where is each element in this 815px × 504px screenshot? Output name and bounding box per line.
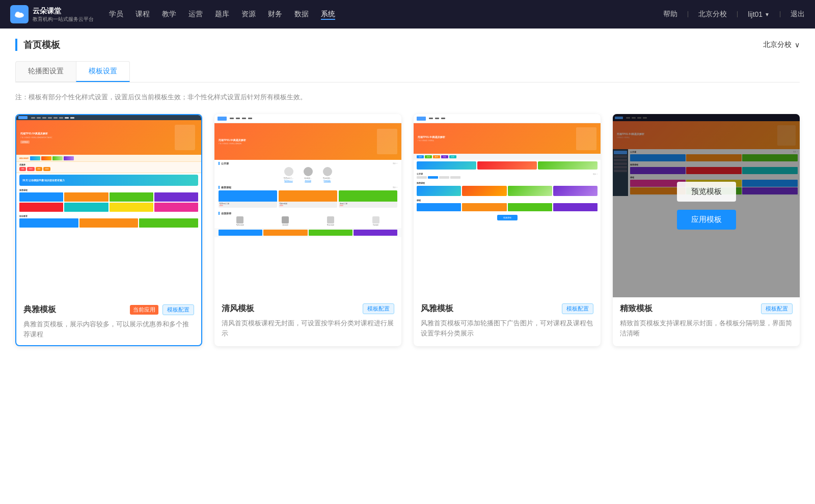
template-card-2: 托福TP01-54真题及解析 广告 口语发音 口语表达·逻辑思维 公开课 更多 … bbox=[214, 114, 401, 346]
template-title-row-4: 精致模板 模板配置 bbox=[620, 303, 793, 314]
nav-item-xitong[interactable]: 系统 bbox=[321, 10, 335, 19]
tab-template[interactable]: 模板设置 bbox=[76, 61, 130, 82]
username: lijt01 bbox=[748, 10, 763, 18]
template-name-1: 典雅模板 bbox=[23, 304, 56, 315]
svg-point-2 bbox=[19, 13, 23, 17]
user-chevron-icon: ▼ bbox=[765, 12, 770, 17]
template-card-1: 托福TP01-54真题及解析 广告 口语发音 口语表达·逻辑思维 写作万能词汇 … bbox=[15, 114, 202, 346]
template-title-row-2: 清风模板 模板配置 bbox=[222, 303, 394, 314]
school-name: 北京分校 bbox=[763, 40, 792, 49]
divider-2 bbox=[737, 11, 738, 17]
template-badges-4: 模板配置 bbox=[761, 303, 793, 314]
nav-item-ziyuan[interactable]: 资源 bbox=[241, 10, 256, 19]
template-name-4: 精致模板 bbox=[620, 303, 653, 314]
template-badges-1: 当前应用 模板配置 bbox=[130, 304, 194, 315]
tab-carousel[interactable]: 轮播图设置 bbox=[15, 61, 76, 82]
logo-icon bbox=[10, 5, 29, 23]
nav-item-tiku[interactable]: 题库 bbox=[215, 10, 229, 19]
template-desc-1: 典雅首页模板，展示内容较多，可以展示优惠券和多个推荐课程 bbox=[23, 319, 194, 339]
template-card-4: 托福TP01-54真题及解析 口语发音 口语表达 bbox=[613, 114, 800, 346]
apply-template-button[interactable]: 应用模板 bbox=[677, 210, 736, 230]
logout-link[interactable]: 退出 bbox=[791, 10, 805, 19]
template-minisite-3: 托福TP01-54真题及解析 广告 口语发音 口语表达 全部 英语 数学 语文 … bbox=[414, 114, 601, 297]
template-preview-3[interactable]: 托福TP01-54真题及解析 广告 口语发音 口语表达 全部 英语 数学 语文 … bbox=[414, 114, 601, 297]
templates-grid: 托福TP01-54真题及解析 广告 口语发音 口语表达·逻辑思维 写作万能词汇 … bbox=[15, 114, 800, 356]
template-title-row-1: 典雅模板 当前应用 模板配置 bbox=[23, 304, 194, 315]
template-info-2: 清风模板 模板配置 清风首页模板课程无封面，可设置按学科分类对课程进行展示 bbox=[214, 297, 401, 344]
header-right: 帮助 北京分校 lijt01 ▼ 退出 bbox=[663, 10, 805, 19]
template-minisite-2: 托福TP01-54真题及解析 广告 口语发音 口语表达·逻辑思维 公开课 更多 … bbox=[214, 114, 401, 297]
template-info-3: 风雅模板 模板配置 风雅首页模板可添加轮播图下广告图片，可对课程及课程包设置学科… bbox=[414, 297, 601, 344]
template-preview-2[interactable]: 托福TP01-54真题及解析 广告 口语发音 口语表达·逻辑思维 公开课 更多 … bbox=[214, 114, 401, 297]
template-info-1: 典雅模板 当前应用 模板配置 典雅首页模板，展示内容较多，可以展示优惠券和多个推… bbox=[16, 298, 201, 345]
page-header: 首页模板 北京分校 ∨ bbox=[15, 39, 800, 51]
badge-config-4[interactable]: 模板配置 bbox=[761, 303, 793, 314]
template-name-2: 清风模板 bbox=[222, 303, 254, 314]
nav-item-kecheng[interactable]: 课程 bbox=[135, 10, 150, 19]
nav-item-shuju[interactable]: 数据 bbox=[294, 10, 309, 19]
badge-current-1: 当前应用 bbox=[130, 305, 158, 315]
help-link[interactable]: 帮助 bbox=[663, 10, 677, 19]
template-desc-4: 精致首页模板支持课程展示封面，各模板分隔明显，界面简洁清晰 bbox=[620, 318, 793, 338]
user-dropdown[interactable]: lijt01 ▼ bbox=[748, 10, 770, 18]
badge-config-2[interactable]: 模板配置 bbox=[363, 303, 394, 314]
nav-item-xueyuan[interactable]: 学员 bbox=[109, 10, 123, 19]
nav-item-jiaoxue[interactable]: 教学 bbox=[162, 10, 176, 19]
header-left: 云朵课堂 教育机构一站式服务云平台 学员 课程 教学 运营 题库 资源 财务 数… bbox=[10, 5, 335, 23]
school-selector[interactable]: 北京分校 ∨ bbox=[763, 40, 800, 49]
logo-sub: 教育机构一站式服务云平台 bbox=[33, 16, 94, 22]
badge-config-1[interactable]: 模板配置 bbox=[162, 304, 194, 315]
nav-menu: 学员 课程 教学 运营 题库 资源 财务 数据 系统 bbox=[109, 10, 335, 19]
template-desc-2: 清风首页模板课程无封面，可设置按学科分类对课程进行展示 bbox=[222, 318, 394, 338]
school-chevron-icon: ∨ bbox=[795, 41, 800, 49]
badge-config-3[interactable]: 模板配置 bbox=[562, 303, 593, 314]
template-preview-1[interactable]: 托福TP01-54真题及解析 广告 口语发音 口语表达·逻辑思维 写作万能词汇 … bbox=[16, 115, 201, 298]
school-link[interactable]: 北京分校 bbox=[698, 10, 727, 19]
cloud-logo-icon bbox=[14, 9, 25, 20]
template-badges-2: 模板配置 bbox=[363, 303, 394, 314]
template-info-4: 精致模板 模板配置 精致首页模板支持课程展示封面，各模板分隔明显，界面简洁清晰 bbox=[613, 297, 800, 344]
divider-3 bbox=[780, 11, 780, 17]
nav-item-yunyun[interactable]: 运营 bbox=[188, 10, 203, 19]
header: 云朵课堂 教育机构一站式服务云平台 学员 课程 教学 运营 题库 资源 财务 数… bbox=[0, 0, 815, 29]
nav-item-caiwu[interactable]: 财务 bbox=[268, 10, 282, 19]
template-desc-3: 风雅首页模板可添加轮播图下广告图片，可对课程及课程包设置学科分类展示 bbox=[421, 318, 593, 338]
main-nav: 学员 课程 教学 运营 题库 资源 财务 数据 系统 bbox=[109, 10, 335, 19]
template-badges-3: 模板配置 bbox=[562, 303, 593, 314]
template-card-3: 托福TP01-54真题及解析 广告 口语发音 口语表达 全部 英语 数学 语文 … bbox=[414, 114, 601, 346]
divider-1 bbox=[688, 11, 688, 17]
template-title-row-3: 风雅模板 模板配置 bbox=[421, 303, 593, 314]
logo-main: 云朵课堂 bbox=[33, 6, 94, 15]
logo-text: 云朵课堂 教育机构一站式服务云平台 bbox=[33, 6, 94, 22]
template-preview-4[interactable]: 托福TP01-54真题及解析 口语发音 口语表达 bbox=[613, 114, 800, 297]
template-name-3: 风雅模板 bbox=[421, 303, 453, 314]
notice-text: 注：模板有部分个性化样式设置，设置后仅当前模板生效；非个性化样式设置后针对所有模… bbox=[15, 93, 800, 102]
main-content: 首页模板 北京分校 ∨ 轮播图设置 模板设置 注：模板有部分个性化样式设置，设置… bbox=[0, 29, 815, 504]
page-title: 首页模板 bbox=[15, 39, 60, 51]
logo-area: 云朵课堂 教育机构一站式服务云平台 bbox=[10, 5, 94, 23]
template-minisite-1: 托福TP01-54真题及解析 广告 口语发音 口语表达·逻辑思维 写作万能词汇 … bbox=[16, 115, 201, 298]
tabs-container: 轮播图设置 模板设置 bbox=[15, 61, 800, 82]
template-overlay-4: 预览模板 应用模板 bbox=[613, 114, 800, 297]
preview-template-button[interactable]: 预览模板 bbox=[677, 182, 736, 202]
